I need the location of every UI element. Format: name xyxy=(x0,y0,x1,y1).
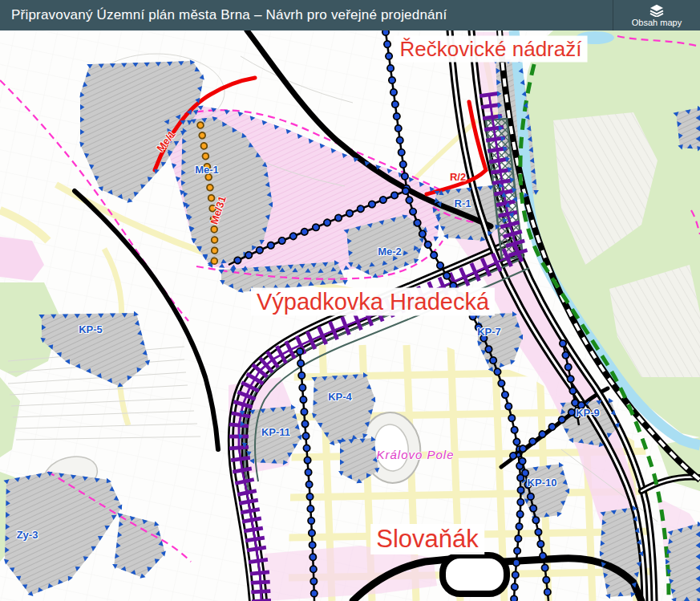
map-contents-button[interactable]: Obsah mapy xyxy=(613,0,700,30)
map-drawing xyxy=(0,30,700,601)
map-contents-label: Obsah mapy xyxy=(632,18,682,27)
header-bar: Připravovaný Územní plán města Brna – Ná… xyxy=(0,0,700,30)
app-window: Připravovaný Územní plán města Brna – Ná… xyxy=(0,0,700,601)
map-canvas[interactable]: Řečkovické nádraží Výpadkovka Hradecká S… xyxy=(0,30,700,601)
page-title: Připravovaný Územní plán města Brna – Ná… xyxy=(0,7,447,23)
layers-icon xyxy=(649,4,665,17)
